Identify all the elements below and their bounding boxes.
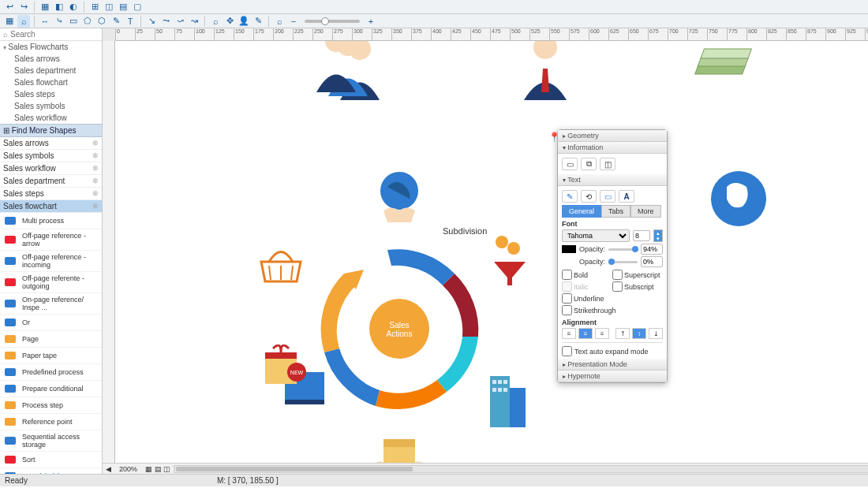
shape-item[interactable]: Predefined process	[0, 364, 102, 381]
scroll-left-button[interactable]: ◀	[103, 465, 114, 473]
text-tool[interactable]: T	[124, 15, 137, 28]
shape-item[interactable]: Process step	[0, 397, 102, 414]
pin-icon[interactable]: 📍	[548, 132, 560, 143]
zoom-slider[interactable]	[305, 20, 360, 23]
shape-item[interactable]: Prepare conditional	[0, 381, 102, 397]
panel-section-presentation[interactable]: Presentation Mode	[558, 359, 667, 371]
undo-button[interactable]: ↩	[3, 1, 16, 13]
tree-child[interactable]: Sales workflow	[0, 112, 102, 124]
valign-mid-button[interactable]: ↕	[632, 328, 646, 339]
tree-child[interactable]: Sales symbols	[0, 100, 102, 112]
tab-more[interactable]: More	[630, 205, 661, 218]
panel-section-geometry[interactable]: Geometry	[558, 130, 667, 142]
connector-tool[interactable]: ⤷	[53, 15, 65, 28]
redo-button[interactable]: ↪	[17, 1, 30, 13]
info-view3-button[interactable]: ◫	[600, 158, 615, 170]
line1-tool[interactable]: ↘	[145, 15, 158, 28]
line3-tool[interactable]: ⤻	[174, 15, 186, 28]
close-icon[interactable]: ⊗	[92, 177, 99, 185]
close-icon[interactable]: ⊗	[92, 139, 99, 147]
opacity-value-2[interactable]	[641, 256, 663, 267]
shape-item[interactable]: Off-page reference - incoming	[0, 251, 102, 272]
opacity-slider-1[interactable]	[608, 248, 638, 251]
category-row[interactable]: Sales symbols⊗	[0, 150, 102, 162]
view-mode-icons[interactable]: ▦ ▤ ◫	[142, 465, 174, 473]
hscroll-thumb[interactable]	[176, 467, 413, 471]
panel-section-hypernote[interactable]: Hypernote	[558, 371, 667, 382]
align-left-button[interactable]: ≡	[562, 328, 576, 339]
layout1-button[interactable]: ◧	[53, 1, 65, 13]
text-tool1[interactable]: ✎	[562, 190, 578, 203]
layout2-button[interactable]: ◐	[67, 1, 80, 13]
person-tool[interactable]: 👤	[238, 15, 250, 28]
layout5-button[interactable]: ▤	[117, 1, 129, 13]
tree-child[interactable]: Sales steps	[0, 88, 102, 100]
category-row[interactable]: Sales department⊗	[0, 175, 102, 188]
auto-expand-checkbox[interactable]: Text auto expand mode	[562, 346, 663, 356]
color-swatch[interactable]	[562, 245, 576, 253]
search-tool-button[interactable]: ⌕	[17, 15, 30, 28]
opacity-value-1[interactable]	[641, 244, 663, 255]
opacity-slider-2[interactable]	[608, 261, 638, 263]
rect-tool[interactable]: ▭	[67, 15, 80, 28]
close-icon[interactable]: ⊗	[92, 202, 99, 210]
shape-item[interactable]: Sort	[0, 452, 102, 468]
tree-child[interactable]: Sales flowchart	[0, 76, 102, 88]
grid-button[interactable]: ▦	[39, 1, 51, 13]
tree-child[interactable]: Sales arrows	[0, 53, 102, 65]
tree-child[interactable]: Sales department	[0, 65, 102, 76]
panel-section-text[interactable]: Text	[558, 174, 667, 186]
poly-tool[interactable]: ⬠	[81, 15, 94, 28]
align-center-button[interactable]: ≡	[578, 328, 593, 339]
pencil-tool[interactable]: ✎	[110, 15, 122, 28]
zoom-plus-button[interactable]: +	[365, 15, 377, 28]
close-icon[interactable]: ⊗	[92, 151, 99, 160]
line2-tool[interactable]: ⤳	[159, 15, 172, 28]
grid-toggle-button[interactable]: ▦	[3, 15, 16, 28]
category-row[interactable]: Sales workflow⊗	[0, 162, 102, 175]
font-size-input[interactable]	[633, 230, 650, 241]
close-icon[interactable]: ⊗	[92, 189, 99, 198]
search-input[interactable]	[10, 30, 110, 39]
close-icon[interactable]: ⊗	[92, 164, 99, 173]
zoom-out-button[interactable]: ⌕	[273, 15, 286, 28]
info-view1-button[interactable]: ▭	[562, 158, 578, 170]
valign-bot-button[interactable]: ⤓	[649, 328, 663, 339]
layout6-button[interactable]: ▢	[131, 1, 144, 13]
pointer-tool[interactable]: ↔	[39, 15, 51, 28]
shape-item[interactable]: Start (circle)	[0, 468, 102, 474]
valign-top-button[interactable]: ⤒	[615, 328, 630, 339]
bold-checkbox[interactable]: Bold	[562, 269, 612, 281]
category-row-selected[interactable]: Sales flowchart⊗	[0, 200, 102, 213]
line4-tool[interactable]: ↝	[188, 15, 200, 28]
text-tool4[interactable]: A	[619, 190, 634, 203]
underline-checkbox[interactable]: Underline	[562, 292, 612, 304]
font-size-stepper[interactable]: ▴▾	[653, 229, 663, 242]
hex-tool[interactable]: ⬡	[95, 15, 108, 28]
category-row[interactable]: Sales arrows⊗	[0, 137, 102, 150]
shape-item[interactable]: Paper tape	[0, 348, 102, 364]
find-more-shapes[interactable]: Find More Shapes	[0, 124, 102, 137]
text-tool3[interactable]: ▭	[600, 190, 615, 203]
shape-item[interactable]: Page	[0, 331, 102, 348]
shape-item[interactable]: Off-page reference - arrow	[0, 229, 102, 251]
subscript-checkbox[interactable]: Subscript	[612, 281, 663, 292]
tab-general[interactable]: General	[562, 205, 601, 218]
tree-root[interactable]: Sales Flowcharts	[0, 41, 102, 53]
tab-tabs[interactable]: Tabs	[601, 205, 630, 218]
shape-item[interactable]: Multi process	[0, 213, 102, 229]
italic-checkbox[interactable]: Italic	[562, 281, 612, 292]
shape-item[interactable]: Or	[0, 315, 102, 331]
shape-list[interactable]: Multi processOff-page reference - arrowO…	[0, 213, 102, 474]
strike-checkbox[interactable]: Strikethrough	[562, 304, 612, 316]
text-tool2[interactable]: ⟲	[581, 190, 597, 203]
canvas[interactable]: NEW	[115, 41, 868, 463]
layout3-button[interactable]: ⊞	[88, 1, 101, 13]
edit-tool[interactable]: ✎	[252, 15, 264, 28]
align-right-button[interactable]: ≡	[595, 328, 609, 339]
hscroll-track[interactable]	[174, 465, 868, 473]
layout4-button[interactable]: ◫	[103, 1, 115, 13]
superscript-checkbox[interactable]: Superscript	[612, 269, 663, 281]
shape-item[interactable]: On-page reference/ Inspe ...	[0, 293, 102, 315]
shape-item[interactable]: Sequential access storage	[0, 430, 102, 452]
